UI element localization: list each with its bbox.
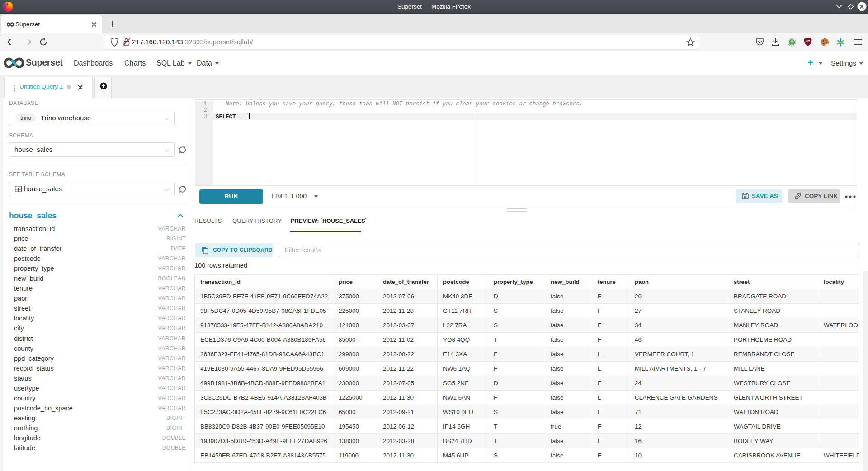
svg-text:UO: UO (806, 40, 811, 43)
